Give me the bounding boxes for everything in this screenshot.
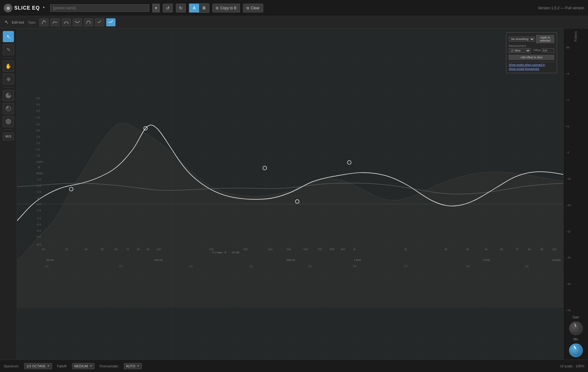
sidebar-divider-2 xyxy=(4,87,13,87)
preset-dropdown-arrow[interactable]: ▼ xyxy=(152,4,160,12)
svg-text:8k: 8k xyxy=(528,248,531,251)
svg-text:1k: 1k xyxy=(353,248,356,251)
measurement-row: Z: Slice Offset xyxy=(509,48,554,53)
oversample-label: Oversample: xyxy=(99,364,119,368)
oversample-value: AUTO xyxy=(126,364,135,368)
mix-label: Mix xyxy=(573,338,578,341)
clear-button[interactable]: ⧉ Clear xyxy=(243,4,263,12)
apply-to-selected-button[interactable]: Apply to selected xyxy=(536,35,554,43)
db-0: +0 xyxy=(565,125,569,128)
svg-text:C1: C1 xyxy=(45,265,49,268)
filter-type-highpass[interactable] xyxy=(39,18,49,26)
sidebar-tool-select[interactable]: ↖ xyxy=(3,31,14,42)
filter-type-lowshelf[interactable] xyxy=(50,18,60,26)
svg-text:-4.0: -4.0 xyxy=(36,217,41,220)
type-label: Type: xyxy=(28,20,36,24)
sidebar-divider-3 xyxy=(4,130,13,130)
sidebar-divider-1 xyxy=(4,58,13,58)
svg-text:1.5: 1.5 xyxy=(36,148,40,151)
svg-text:10k: 10k xyxy=(552,248,557,251)
svg-text:-6.0: -6.0 xyxy=(36,243,41,246)
svg-text:3.0: 3.0 xyxy=(36,129,40,132)
svg-text:-2.5: -2.5 xyxy=(36,197,41,200)
mix-knob-indicator xyxy=(573,346,576,349)
svg-text:7k: 7k xyxy=(516,248,519,251)
sidebar-tool-phase3[interactable] xyxy=(3,116,14,127)
svg-text:70: 70 xyxy=(126,248,129,251)
logo-icon: ◎ xyxy=(4,4,12,12)
eq-area: 5.5 5.0 4.5 4.0 3.5 3.0 2.5 2.0 1.5 1.0 … xyxy=(17,29,563,360)
db-scale-right: dB +8 +7 +0 −8 −16 −24 −32 −40 −48 −56 xyxy=(565,45,587,313)
svg-text:20: 20 xyxy=(42,248,45,251)
svg-text:50 Hz: 50 Hz xyxy=(46,259,54,262)
ab-b-button[interactable]: B xyxy=(199,4,209,12)
measurement-popup: No smoothing Apply to selected Measureme… xyxy=(506,32,557,73)
svg-text:-3.0: -3.0 xyxy=(36,203,41,206)
svg-text:10 kHz: 10 kHz xyxy=(552,259,561,262)
preset-name-input[interactable] xyxy=(50,4,149,12)
eq-canvas-wrapper[interactable]: 5.5 5.0 4.5 4.0 3.5 3.0 2.5 2.0 1.5 1.0 … xyxy=(17,29,563,360)
svg-text:40: 40 xyxy=(85,248,88,251)
edit-tool-icon[interactable]: ↖ xyxy=(3,19,10,26)
add-offset-button[interactable]: Add offset to slice xyxy=(509,55,554,60)
svg-text:-5.5: -5.5 xyxy=(36,235,41,238)
svg-text:4.0: 4.0 xyxy=(36,116,40,119)
svg-text:50: 50 xyxy=(101,248,104,251)
oversample-select[interactable]: AUTO ▼ xyxy=(124,363,142,369)
filter-type-peak[interactable] xyxy=(62,18,71,26)
db-7: +7 xyxy=(565,99,569,102)
ms-button[interactable]: M/S xyxy=(3,132,14,140)
mix-knob[interactable] xyxy=(569,343,583,357)
measurement-select[interactable]: Z: Slice xyxy=(509,48,531,53)
svg-text:-1.0: -1.0 xyxy=(36,178,41,181)
sidebar-tool-phase2[interactable] xyxy=(3,103,14,114)
spectrum-select[interactable]: 1/3 OCTAVE ▼ xyxy=(24,363,52,369)
show-peaks-link[interactable]: Show peaks when zoomed in xyxy=(509,63,554,66)
svg-text:C8: C8 xyxy=(466,265,470,268)
redo-button[interactable]: ↻ xyxy=(176,4,186,12)
top-bar: ◎ SLICE EQ * ▼ ↺ ↻ A B ⧉ Copy to B ⧉ Cle… xyxy=(0,0,588,16)
filter-type-notch[interactable] xyxy=(73,18,82,26)
show-modal-link[interactable]: Show modal frequencies xyxy=(509,67,554,70)
svg-text:400: 400 xyxy=(268,248,272,251)
db-top: +8 xyxy=(565,72,569,75)
sidebar-tool-phase1[interactable] xyxy=(3,90,14,101)
logo-area: ◎ SLICE EQ * xyxy=(4,4,45,12)
ui-scale-label: UI scale: xyxy=(560,364,573,368)
svg-text:⟳ 2:3bps: ⟳ 2:3bps xyxy=(212,251,222,254)
copy-to-b-button[interactable]: ⧉ Copy to B xyxy=(212,4,240,12)
sidebar-tool-zoom[interactable]: ⊕ xyxy=(3,73,14,85)
svg-text:3.5: 3.5 xyxy=(36,123,40,126)
filter-type-lowpass[interactable] xyxy=(95,18,104,26)
svg-text:90: 90 xyxy=(146,248,150,251)
gain-knob[interactable] xyxy=(569,321,583,335)
svg-text:600: 600 xyxy=(303,248,308,251)
db-n32: −32 xyxy=(565,230,571,233)
ab-group: A B xyxy=(189,3,209,13)
smoothing-select[interactable]: No smoothing xyxy=(509,37,535,42)
filter-type-bandpass[interactable] xyxy=(84,18,93,26)
app-title: SLICE EQ xyxy=(14,5,40,11)
falloff-select[interactable]: MEDIUM ▼ xyxy=(72,363,95,369)
falloff-value: MEDIUM xyxy=(74,364,88,368)
smoothing-row: No smoothing Apply to selected xyxy=(509,35,554,43)
db-n40: −40 xyxy=(565,256,571,259)
svg-text:C3: C3 xyxy=(189,265,193,268)
svg-text:80: 80 xyxy=(137,248,140,251)
offset-input[interactable] xyxy=(542,48,554,53)
svg-text:5.0: 5.0 xyxy=(36,103,40,106)
sidebar-tool-draw[interactable]: ✎ xyxy=(3,44,14,55)
db-n56: −56 xyxy=(565,309,571,312)
filter-type-highshelf[interactable] xyxy=(106,18,115,26)
svg-text:5 kHz: 5 kHz xyxy=(483,259,490,262)
undo-button[interactable]: ↺ xyxy=(163,4,173,12)
svg-text:200: 200 xyxy=(209,248,214,251)
svg-text:1 kHz: 1 kHz xyxy=(354,259,361,262)
eq-svg[interactable]: 5.5 5.0 4.5 4.0 3.5 3.0 2.5 2.0 1.5 1.0 … xyxy=(17,29,563,360)
db-n8: −8 xyxy=(565,151,569,154)
db-n48: −48 xyxy=(565,282,571,286)
sidebar-tool-hand[interactable]: ✋ xyxy=(3,60,14,72)
db-label-plus8: dB xyxy=(565,46,569,49)
ab-a-button[interactable]: A xyxy=(189,4,199,12)
svg-text:500: 500 xyxy=(286,248,291,251)
